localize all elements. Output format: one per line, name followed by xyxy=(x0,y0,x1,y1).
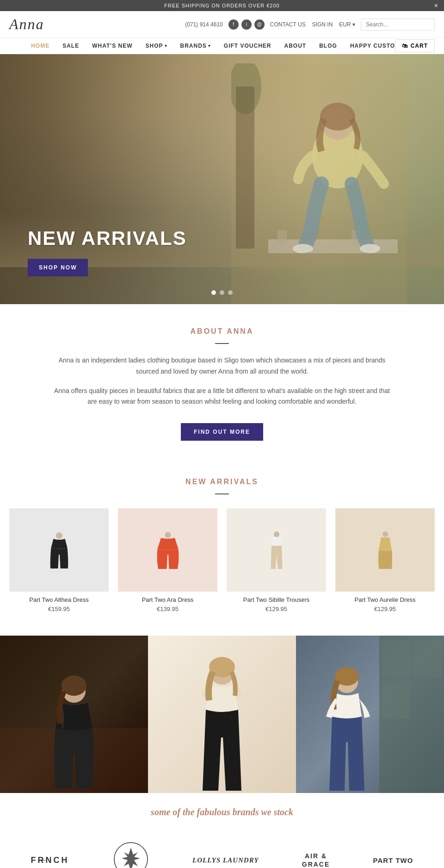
product-price-1: €159.95 xyxy=(9,606,109,612)
brand-logo-frnch: FRNCH xyxy=(31,856,69,865)
nav-shop[interactable]: SHOP ▾ xyxy=(146,43,167,49)
phone-number: (071) 914 4610 xyxy=(185,21,222,28)
currency-selector[interactable]: EUR ▾ xyxy=(339,21,355,28)
svg-rect-4 xyxy=(278,230,287,244)
header-links: CONTACT US SIGN IN EUR ▾ xyxy=(270,21,355,28)
social-icons: f i @ xyxy=(228,19,265,30)
product-price-2: €139.95 xyxy=(118,606,217,612)
product-card-4[interactable]: Part Two Aurelie Dress €129.95 xyxy=(335,508,435,612)
about-divider xyxy=(215,343,229,344)
about-section: ABOUT ANNA Anna is an independent ladies… xyxy=(0,304,444,464)
nav-gift-voucher[interactable]: GIFT VOUCHER xyxy=(224,43,271,49)
brand-image-block-3[interactable] xyxy=(296,636,444,793)
cart-label: CART xyxy=(411,43,428,49)
product-price-4: €129.95 xyxy=(335,606,435,612)
product-name-1: Part Two Althea Dress xyxy=(9,596,109,603)
instagram-icon[interactable]: i xyxy=(241,19,252,30)
shop-now-button[interactable]: SHOP NOW xyxy=(28,259,88,276)
svg-point-10 xyxy=(360,244,380,253)
product-card-2[interactable]: Part Two Ara Dress €139.95 xyxy=(118,508,217,612)
fabulous-brands-section: some of the fabulous brands we stock xyxy=(0,793,444,827)
brand-image-block-1[interactable] xyxy=(0,636,148,793)
close-icon[interactable]: × xyxy=(434,2,438,9)
svg-rect-32 xyxy=(382,682,409,719)
hero-dots xyxy=(211,290,233,295)
nav-blog[interactable]: BLOG xyxy=(319,43,337,49)
brand-image-block-2[interactable] xyxy=(148,636,296,793)
brand-logo-lollys-laundry: lollys laundry xyxy=(192,856,259,864)
about-title: ABOUT ANNA xyxy=(37,327,407,336)
nav-brands[interactable]: BRANDS ▾ xyxy=(180,43,211,49)
brand-logo-air-grace: AIR &GRACE xyxy=(302,852,330,868)
product-card-1[interactable]: Part Two Althea Dress €159.95 xyxy=(9,508,109,612)
new-arrivals-section: NEW ARRIVALS Part Two Althea Dress €159.… xyxy=(0,464,444,636)
shop-dropdown-arrow: ▾ xyxy=(165,44,167,48)
facebook-icon[interactable]: f xyxy=(228,19,239,30)
hero-title: NEW ARRIVALS xyxy=(28,227,187,250)
product-image-3 xyxy=(227,508,326,592)
hero-dot-2[interactable] xyxy=(220,290,224,295)
product-card-3[interactable]: Part Two Sibille Trousers €129.95 xyxy=(227,508,326,612)
nav-whats-new[interactable]: WHAT'S NEW xyxy=(92,43,132,49)
header-contact-area: (071) 914 4610 f i @ CONTACT US SIGN IN … xyxy=(185,19,435,31)
top-banner: FREE SHIPPING ON ORDERS OVER €200 × xyxy=(0,0,444,11)
brand-logo-emblem xyxy=(112,841,149,868)
new-arrivals-title: NEW ARRIVALS xyxy=(9,478,435,486)
hero-content: NEW ARRIVALS SHOP NOW xyxy=(28,227,187,276)
sign-in-link[interactable]: SIGN IN xyxy=(312,21,333,28)
product-image-2 xyxy=(118,508,217,592)
svg-point-8 xyxy=(320,103,355,131)
hero-section: NEW ARRIVALS SHOP NOW xyxy=(0,54,444,304)
svg-rect-30 xyxy=(382,640,409,677)
brand-logo-part-two: Part Two xyxy=(373,856,413,864)
hero-dot-3[interactable] xyxy=(228,290,233,295)
product-name-3: Part Two Sibille Trousers xyxy=(227,596,326,603)
brand-logos-section: FRNCH lollys laundry AIR &GRACE Part Two xyxy=(0,827,444,868)
new-arrivals-divider xyxy=(215,493,229,494)
about-paragraph-1: Anna is an independent ladies clothing b… xyxy=(51,355,393,377)
products-grid: Part Two Althea Dress €159.95 Part Two A… xyxy=(9,508,435,612)
contact-us-link[interactable]: CONTACT US xyxy=(270,21,306,28)
logo[interactable]: Anna xyxy=(9,16,44,33)
brand-images-section xyxy=(0,636,444,793)
product-image-1 xyxy=(9,508,109,592)
product-name-2: Part Two Ara Dress xyxy=(118,596,217,603)
find-out-more-button[interactable]: FIND OUT MORE xyxy=(181,423,263,441)
cart-icon: 🛍 xyxy=(402,43,408,49)
cart-button[interactable]: 🛍 CART xyxy=(395,39,435,52)
svg-point-9 xyxy=(293,244,313,253)
main-nav: HOME SALE WHAT'S NEW SHOP ▾ BRANDS ▾ GIF… xyxy=(0,38,444,54)
header: Anna (071) 914 4610 f i @ CONTACT US SIG… xyxy=(0,11,444,38)
email-icon[interactable]: @ xyxy=(254,19,265,30)
fabulous-brands-title: some of the fabulous brands we stock xyxy=(9,807,435,818)
svg-point-18 xyxy=(382,531,388,537)
product-name-4: Part Two Aurelie Dress xyxy=(335,596,435,603)
nav-about[interactable]: ABOUT xyxy=(284,43,307,49)
svg-point-12 xyxy=(56,532,62,539)
product-price-3: €129.95 xyxy=(227,606,326,612)
hero-dot-1[interactable] xyxy=(211,290,216,295)
product-image-4 xyxy=(335,508,435,592)
hero-model xyxy=(231,63,407,304)
svg-rect-31 xyxy=(414,640,442,677)
banner-text: FREE SHIPPING ON ORDERS OVER €200 xyxy=(164,3,279,8)
brands-dropdown-arrow: ▾ xyxy=(208,44,211,48)
search-input[interactable] xyxy=(361,19,435,31)
nav-home[interactable]: HOME xyxy=(31,43,49,49)
nav-sale[interactable]: SALE xyxy=(62,43,79,49)
svg-point-16 xyxy=(274,531,279,537)
about-paragraph-2: Anna offers quality pieces in beautiful … xyxy=(51,386,393,408)
svg-point-14 xyxy=(165,532,171,538)
